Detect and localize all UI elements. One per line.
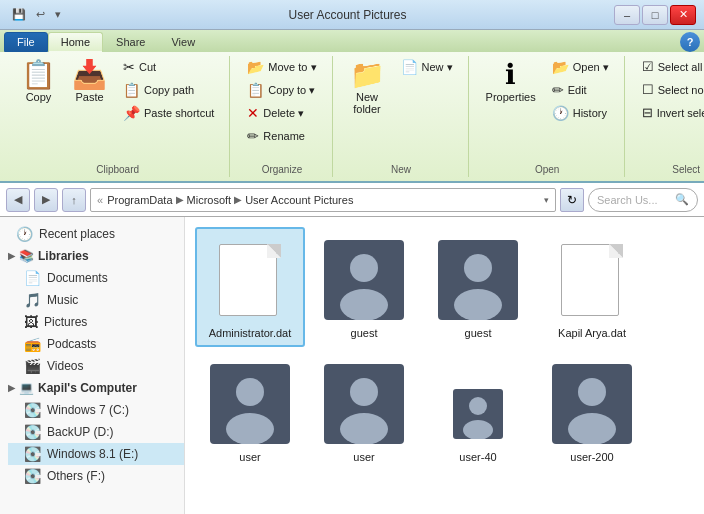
copy-path-button[interactable]: 📋 Copy path [116, 79, 221, 101]
sidebar-item-recent-places[interactable]: 🕐 Recent places [0, 223, 184, 245]
ribbon-tabs: File Home Share View ? [0, 30, 704, 52]
path-microsoft[interactable]: Microsoft [187, 194, 232, 206]
open-group-label: Open [471, 164, 624, 175]
sidebar-item-videos[interactable]: 🎬 Videos [8, 355, 184, 377]
kapilarya-dat-fold [609, 244, 623, 258]
file-item-user2[interactable]: user [309, 351, 419, 471]
sidebar-item-c[interactable]: 💽 Windows 7 (C:) [8, 399, 184, 421]
sidebar-label-d: BackUP (D:) [47, 425, 113, 439]
quick-access-dropdown[interactable]: ▾ [51, 7, 65, 22]
tab-file[interactable]: File [4, 32, 48, 52]
search-icon[interactable]: 🔍 [675, 193, 689, 206]
svg-point-8 [226, 413, 274, 444]
new-folder-button[interactable]: 📁 New folder [343, 56, 392, 120]
history-button[interactable]: 🕐 History [545, 102, 616, 124]
sidebar-computer-sub: 💽 Windows 7 (C:) 💽 BackUP (D:) 💽 Windows… [0, 399, 184, 487]
sidebar-label-videos: Videos [47, 359, 83, 373]
open-button[interactable]: 📂 Open ▾ [545, 56, 616, 78]
history-icon: 🕐 [552, 105, 569, 121]
back-button[interactable]: ◀ [6, 188, 30, 212]
tab-share[interactable]: Share [103, 32, 158, 52]
refresh-button[interactable]: ↻ [560, 188, 584, 212]
minimize-button[interactable]: – [614, 5, 640, 25]
up-button[interactable]: ↑ [62, 188, 86, 212]
move-to-button[interactable]: 📂 Move to ▾ [240, 56, 323, 78]
file-name-user1: user [239, 451, 260, 463]
svg-point-1 [350, 254, 378, 282]
properties-button[interactable]: ℹ Properties [479, 56, 543, 108]
rename-button[interactable]: ✏ Rename [240, 125, 323, 147]
file-area[interactable]: Administrator.dat guest gu [185, 217, 704, 514]
undo-quick-btn[interactable]: ↩ [32, 7, 49, 22]
sidebar-item-d[interactable]: 💽 BackUP (D:) [8, 421, 184, 443]
libraries-icon: 📚 [19, 249, 34, 263]
path-user-account-pictures[interactable]: User Account Pictures [245, 194, 353, 206]
file-item-user1[interactable]: user [195, 351, 305, 471]
sidebar-label-pictures: Pictures [44, 315, 87, 329]
file-icon-wrap-user200 [547, 359, 637, 449]
delete-button[interactable]: ✕ Delete ▾ [240, 102, 323, 124]
c-drive-icon: 💽 [24, 402, 41, 418]
sidebar-label-computer: Kapil's Computer [38, 381, 137, 395]
organize-group-label: Organize [232, 164, 331, 175]
close-button[interactable]: ✕ [670, 5, 696, 25]
move-to-icon: 📂 [247, 59, 264, 75]
svg-point-11 [340, 413, 388, 444]
tab-view[interactable]: View [158, 32, 208, 52]
f-drive-icon: 💽 [24, 468, 41, 484]
properties-label: Properties [486, 91, 536, 103]
path-programdata[interactable]: ProgramData [107, 194, 172, 206]
file-item-user200[interactable]: user-200 [537, 351, 647, 471]
edit-icon: ✏ [552, 82, 564, 98]
select-group-label: Select [627, 164, 704, 175]
sidebar-item-podcasts[interactable]: 📻 Podcasts [8, 333, 184, 355]
select-buttons: ☑ Select all ☐ Select none ⊟ Invert sele… [635, 56, 704, 137]
sidebar-item-e[interactable]: 💽 Windows 8.1 (E:) [8, 443, 184, 465]
invert-selection-button[interactable]: ⊟ Invert selection [635, 102, 704, 123]
ribbon-content: 📋 Copy 📥 Paste ✂ Cut 📋 Copy path [0, 52, 704, 181]
file-item-kapilarya[interactable]: Kapil Arya.dat [537, 227, 647, 347]
file-item-administrator[interactable]: Administrator.dat [195, 227, 305, 347]
help-button[interactable]: ? [680, 32, 700, 52]
sidebar-item-f[interactable]: 💽 Others (F:) [8, 465, 184, 487]
documents-icon: 📄 [24, 270, 41, 286]
sidebar-item-documents[interactable]: 📄 Documents [8, 267, 184, 289]
new-item-button[interactable]: 📄 New ▾ [394, 56, 460, 78]
sidebar-item-music[interactable]: 🎵 Music [8, 289, 184, 311]
rename-label: Rename [263, 130, 305, 142]
sidebar-label-libraries: Libraries [38, 249, 89, 263]
edit-button[interactable]: ✏ Edit [545, 79, 616, 101]
copy-button[interactable]: 📋 Copy [14, 56, 63, 108]
sidebar-section-computer[interactable]: ▶ 💻 Kapil's Computer [0, 377, 184, 399]
forward-button[interactable]: ▶ [34, 188, 58, 212]
file-icon-wrap-guest1 [319, 235, 409, 325]
cut-button[interactable]: ✂ Cut [116, 56, 221, 78]
file-icon-wrap-guest2 [433, 235, 523, 325]
sidebar-label-c: Windows 7 (C:) [47, 403, 129, 417]
address-bar: ◀ ▶ ↑ « ProgramData ▶ Microsoft ▶ User A… [0, 183, 704, 217]
sidebar-label-podcasts: Podcasts [47, 337, 96, 351]
save-quick-btn[interactable]: 💾 [8, 7, 30, 22]
path-dropdown-arrow[interactable]: ▾ [544, 195, 549, 205]
select-all-label: Select all [658, 61, 703, 73]
file-item-guest1[interactable]: guest [309, 227, 419, 347]
sidebar-section-libraries[interactable]: ▶ 📚 Libraries [0, 245, 184, 267]
guest2-avatar-svg [438, 240, 518, 320]
invert-selection-icon: ⊟ [642, 105, 653, 120]
file-icon-wrap-user40 [433, 359, 523, 449]
paste-shortcut-button[interactable]: 📌 Paste shortcut [116, 102, 221, 124]
select-all-button[interactable]: ☑ Select all [635, 56, 704, 77]
file-item-guest2[interactable]: guest [423, 227, 533, 347]
paste-button[interactable]: 📥 Paste [65, 56, 114, 108]
file-item-user40[interactable]: user-40 [423, 351, 533, 471]
search-box[interactable]: Search Us... 🔍 [588, 188, 698, 212]
tab-home[interactable]: Home [48, 32, 103, 52]
select-none-button[interactable]: ☐ Select none [635, 79, 704, 100]
path-arrow-2: ▶ [234, 194, 242, 205]
maximize-button[interactable]: □ [642, 5, 668, 25]
file-name-user40: user-40 [459, 451, 496, 463]
address-path[interactable]: « ProgramData ▶ Microsoft ▶ User Account… [90, 188, 556, 212]
sidebar-item-pictures[interactable]: 🖼 Pictures [8, 311, 184, 333]
copy-to-button[interactable]: 📋 Copy to ▾ [240, 79, 323, 101]
svg-point-5 [454, 289, 502, 320]
